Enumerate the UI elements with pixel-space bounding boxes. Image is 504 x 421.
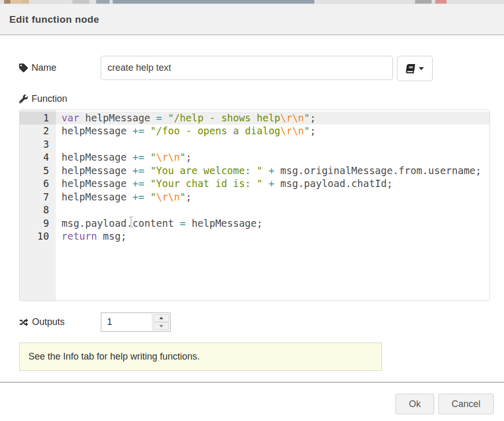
ok-button[interactable]: Ok	[395, 394, 434, 414]
outputs-label: Outputs	[19, 313, 65, 332]
book-icon	[405, 64, 416, 73]
spinner-down-button[interactable]	[154, 322, 169, 330]
code-line: var helpMessage = "/help - shows help\r\…	[56, 112, 490, 124]
backdrop-block	[435, 0, 447, 4]
code-line: helpMessage += "\r\n";	[56, 151, 490, 164]
code-line: helpMessage += "You are welcome: " + msg…	[56, 164, 490, 177]
code-line	[56, 204, 490, 216]
backdrop-block	[22, 0, 29, 4]
wrench-icon	[19, 95, 28, 103]
edit-function-dialog: Edit function node Name Function 1234567…	[0, 0, 504, 421]
spinner-up-button[interactable]	[154, 314, 169, 322]
info-tip-text: See the Info tab for help writing functi…	[28, 351, 200, 362]
code-editor[interactable]: 12345678910 var helpMessage = "/help - s…	[19, 110, 490, 301]
outputs-label-text: Outputs	[32, 317, 65, 328]
name-label: Name	[19, 56, 56, 80]
cancel-button[interactable]: Cancel	[438, 394, 494, 414]
backdrop-block	[113, 0, 314, 4]
spinner-buttons	[152, 313, 170, 331]
line-number: 6	[20, 177, 56, 190]
outputs-input[interactable]: 1	[101, 313, 153, 331]
code-lines: var helpMessage = "/help - shows help\r\…	[56, 110, 490, 301]
code-line: msg.payload.content = helpMessage;	[56, 217, 490, 230]
line-number: 8	[20, 204, 56, 216]
background-page	[0, 0, 504, 4]
name-input[interactable]	[101, 56, 393, 80]
name-label-text: Name	[32, 63, 56, 73]
line-number: 10	[20, 230, 56, 243]
backdrop-block	[415, 0, 432, 4]
code-line: return msg;	[56, 230, 490, 243]
shuffle-icon	[19, 318, 28, 326]
outputs-spinner: 1	[101, 313, 171, 332]
info-tip: See the Info tab for help writing functi…	[19, 342, 382, 371]
library-button[interactable]	[397, 56, 433, 81]
function-label-text: Function	[32, 93, 67, 104]
code-line: helpMessage += "\r\n";	[56, 191, 490, 204]
line-number: 1	[20, 112, 56, 124]
text-cursor-pointer	[128, 216, 134, 230]
footer-divider	[0, 382, 504, 383]
line-number: 5	[20, 164, 56, 177]
arrow-down-icon	[159, 325, 163, 330]
backdrop-block	[72, 0, 89, 4]
backdrop-block	[4, 0, 10, 4]
line-number: 9	[20, 217, 56, 230]
dialog-header: Edit function node	[0, 4, 504, 35]
code-line: helpMessage += "Your chat id is: " + msg…	[56, 177, 490, 190]
line-number: 3	[20, 138, 56, 151]
code-line	[56, 138, 490, 151]
backdrop-block	[10, 0, 22, 4]
line-number: 4	[20, 151, 56, 164]
arrow-up-icon	[159, 315, 163, 319]
backdrop-block	[96, 0, 110, 4]
line-number: 2	[20, 124, 56, 137]
editor-gutter: 12345678910	[20, 110, 56, 301]
chevron-down-icon	[419, 67, 424, 73]
function-label: Function	[19, 92, 67, 105]
line-number: 7	[20, 191, 56, 204]
code-line: helpMessage += "/foo - opens a dialog\r\…	[56, 124, 490, 137]
tag-icon	[19, 64, 28, 72]
dialog-title: Edit function node	[9, 14, 99, 25]
